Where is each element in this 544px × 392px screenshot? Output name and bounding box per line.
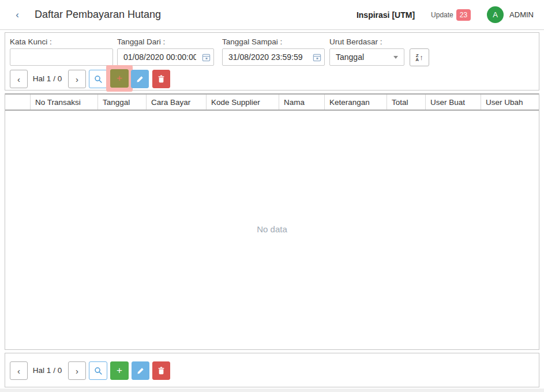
bottom-toolbar: ‹ Hal 1 / 0 › + [5,353,539,387]
next-page-button[interactable]: › [68,70,86,88]
page-indicator: Hal 1 / 0 [31,70,64,88]
page-title: Daftar Pembayaran Hutang [35,9,161,21]
search-icon [94,367,103,375]
pencil-icon [136,76,144,83]
chevron-left-icon: ‹ [17,74,20,84]
delete-button[interactable] [152,70,170,88]
edit-button-bottom[interactable] [132,361,149,380]
chevron-right-icon: › [76,74,78,84]
chevron-right-icon: › [76,366,78,376]
date-from-input[interactable] [118,52,198,62]
column-header-selector [5,95,31,110]
sort-by-selected-value: Tanggal [336,52,364,62]
date-from-field-group: Tanggal Dari : [117,37,214,66]
date-to-input[interactable] [223,52,309,62]
column-header-keterangan[interactable]: Keterangan [325,95,387,110]
add-button-highlight: + [106,65,133,92]
update-label: Update [431,11,453,19]
trash-icon [157,75,165,83]
chevron-left-icon: ‹ [17,366,20,376]
header-right: Inspirasi [UTM] Update 23 A ADMIN [357,6,534,23]
payments-table: No Transaksi Tanggal Cara Bayar Kode Sup… [5,93,539,350]
back-chevron-icon: ‹ [16,9,19,20]
calendar-icon [202,53,211,62]
search-button-bottom[interactable] [89,361,107,380]
column-header-kode-supplier[interactable]: Kode Supplier [207,95,279,110]
column-header-tanggal[interactable]: Tanggal [98,95,147,110]
calendar-icon [313,53,321,62]
date-from-calendar-button[interactable] [198,50,213,65]
chevron-down-icon [393,56,398,59]
empty-state-text: No data [257,224,287,234]
plus-icon: + [117,365,122,376]
table-body: No data [5,111,539,347]
avatar[interactable]: A [487,6,504,23]
sort-alpha-asc-icon: Z A ↑ [415,54,423,62]
avatar-letter: A [493,10,498,19]
footer-strip [0,389,544,392]
keyword-field-group: Kata Kunci : [10,37,113,66]
prev-page-button[interactable]: ‹ [10,70,28,88]
date-from-label: Tanggal Dari : [117,37,214,48]
add-button[interactable]: + [110,69,129,88]
app-header: ‹ Daftar Pembayaran Hutang Inspirasi [UT… [0,0,544,30]
edit-button[interactable] [131,70,149,88]
delete-button-bottom[interactable] [152,361,170,380]
sort-by-select[interactable]: Tanggal [329,48,404,66]
date-to-label: Tanggal Sampai : [222,37,325,48]
column-header-user-buat[interactable]: User Buat [426,95,481,110]
sort-field-group: Urut Berdasar : Tanggal [329,37,404,66]
sort-direction-button[interactable]: Z A ↑ [410,48,429,66]
update-notification[interactable]: Update 23 [431,9,471,21]
table-header-row: No Transaksi Tanggal Cara Bayar Kode Sup… [5,93,539,111]
next-page-button-bottom[interactable]: › [68,361,86,380]
search-button[interactable] [89,70,107,88]
trash-icon [157,367,165,375]
filter-panel: Kata Kunci : Tanggal Dari : Tanggal Samp… [5,32,539,91]
plus-icon: + [117,73,122,84]
sort-by-label: Urut Berdasar : [329,37,404,48]
column-header-no-transaksi[interactable]: No Transaksi [31,95,98,110]
column-header-nama[interactable]: Nama [279,95,325,110]
column-header-total[interactable]: Total [387,95,426,110]
back-button[interactable]: ‹ [9,7,25,23]
column-header-cara-bayar[interactable]: Cara Bayar [147,95,207,110]
date-to-calendar-button[interactable] [309,50,324,65]
page-indicator-bottom: Hal 1 / 0 [31,361,64,380]
update-count-badge: 23 [456,9,471,21]
prev-page-button-bottom[interactable]: ‹ [10,361,28,380]
pencil-icon [137,367,144,375]
brand-name: Inspirasi [UTM] [357,10,415,20]
add-button-bottom[interactable]: + [110,361,129,380]
date-to-field-group: Tanggal Sampai : [222,37,325,66]
keyword-input[interactable] [10,48,113,66]
username-label[interactable]: ADMIN [509,10,534,19]
keyword-label: Kata Kunci : [10,37,113,48]
search-icon [94,75,103,84]
column-header-user-ubah[interactable]: User Ubah [481,95,539,110]
